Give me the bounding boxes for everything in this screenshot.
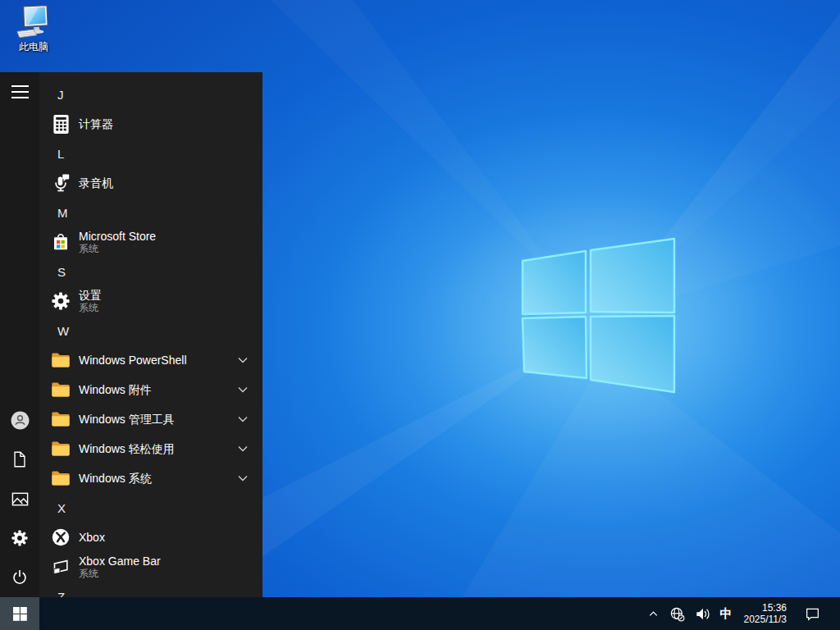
app-sublabel: 系统 — [79, 568, 161, 579]
app-sublabel: 系统 — [79, 243, 156, 254]
taskbar-clock[interactable]: 15:36 2025/11/3 — [737, 597, 794, 630]
app-icon — [51, 173, 71, 193]
app-list-item[interactable]: Windows 附件 — [39, 375, 262, 404]
app-label: Windows 管理工具 — [79, 413, 175, 426]
app-icon — [51, 468, 71, 488]
app-list-section-header[interactable]: W — [39, 316, 262, 345]
app-list-item[interactable]: Windows PowerShell — [39, 345, 262, 375]
app-sublabel: 系统 — [79, 302, 102, 313]
volume-button[interactable] — [690, 597, 715, 630]
action-center-button[interactable] — [800, 597, 825, 630]
system-tray: 中 15:36 2025/11/3 — [642, 597, 840, 630]
app-label: Windows 系统 — [79, 472, 152, 485]
power-icon — [11, 568, 29, 587]
section-letter: W — [57, 324, 69, 338]
app-label: Microsoft Store — [79, 230, 156, 243]
app-list-section-header[interactable]: M — [39, 198, 262, 227]
app-label: 设置 — [79, 289, 102, 302]
user-account-button[interactable] — [0, 400, 39, 440]
app-list-section-header[interactable]: X — [39, 493, 262, 523]
app-label: Xbox Game Bar — [79, 555, 161, 568]
app-list: J 计算器 L 录音机 M — [39, 72, 262, 597]
app-icon — [51, 557, 71, 577]
chevron-up-icon — [647, 608, 660, 620]
app-icon — [51, 439, 71, 459]
app-list-item[interactable]: Windows 管理工具 — [39, 404, 262, 434]
section-letter: L — [57, 147, 64, 161]
section-letter: M — [57, 206, 68, 220]
pictures-icon — [11, 490, 30, 509]
app-icon — [51, 409, 71, 429]
start-button[interactable] — [0, 597, 39, 630]
chevron-down-icon — [238, 386, 248, 393]
gear-icon — [11, 529, 29, 547]
hamburger-icon — [11, 85, 29, 98]
power-button[interactable] — [0, 558, 39, 597]
app-icon — [51, 380, 71, 399]
app-list-item[interactable]: 录音机 — [39, 168, 262, 198]
pictures-button[interactable] — [0, 479, 39, 518]
action-center-icon — [805, 606, 820, 622]
clock-date: 2025/11/3 — [744, 614, 788, 625]
app-label: 计算器 — [79, 117, 113, 130]
app-label: 录音机 — [79, 176, 113, 189]
app-list-item[interactable]: 设置 系统 — [39, 286, 262, 316]
app-list-section-header[interactable]: S — [39, 257, 262, 286]
start-menu: J 计算器 L 录音机 M — [0, 72, 262, 597]
windows-logo-icon — [13, 607, 27, 621]
chevron-down-icon — [238, 445, 248, 452]
desktop-icon-this-pc[interactable]: 此电脑 — [7, 5, 61, 54]
app-label: Windows 附件 — [79, 383, 152, 396]
app-label: Windows 轻松使用 — [79, 442, 175, 455]
show-hidden-icons-button[interactable] — [642, 597, 664, 630]
section-letter: J — [57, 88, 64, 102]
this-pc-icon — [14, 5, 53, 39]
network-globe-offline-icon — [669, 606, 685, 622]
user-avatar-icon — [9, 409, 31, 431]
app-list-item[interactable]: Xbox — [39, 523, 262, 552]
app-icon — [51, 114, 71, 134]
expand-menu-button[interactable] — [0, 72, 39, 112]
section-letter: X — [57, 501, 66, 515]
app-list-item[interactable]: Windows 轻松使用 — [39, 434, 262, 463]
app-list-section-header[interactable]: J — [39, 80, 262, 109]
app-label: Windows PowerShell — [79, 354, 187, 367]
screen: 此电脑 — [0, 0, 840, 630]
app-list-item[interactable]: Xbox Game Bar 系统 — [39, 552, 262, 582]
taskbar: 中 15:36 2025/11/3 — [0, 597, 840, 630]
documents-button[interactable] — [0, 440, 39, 479]
chevron-down-icon — [238, 357, 248, 363]
app-list-section-header[interactable]: Z — [39, 582, 262, 597]
app-list-item[interactable]: Windows 系统 — [39, 463, 262, 493]
network-status-button[interactable] — [664, 597, 690, 630]
document-icon — [11, 450, 29, 468]
ime-indicator[interactable]: 中 — [715, 597, 737, 630]
section-letter: Z — [57, 590, 65, 598]
desktop-icon-label: 此电脑 — [19, 40, 48, 54]
start-menu-rail — [0, 72, 39, 597]
app-list-item[interactable]: 计算器 — [39, 109, 262, 139]
app-icon — [51, 350, 71, 370]
clock-time: 15:36 — [762, 602, 787, 614]
chevron-down-icon — [238, 475, 248, 482]
section-letter: S — [57, 265, 66, 279]
app-icon — [51, 527, 71, 547]
app-icon — [51, 232, 71, 252]
app-label: Xbox — [79, 531, 105, 544]
volume-icon — [695, 606, 710, 622]
app-list-section-header[interactable]: L — [39, 139, 262, 168]
chevron-down-icon — [238, 416, 248, 422]
app-list-item[interactable]: Microsoft Store 系统 — [39, 227, 262, 257]
settings-button[interactable] — [0, 518, 39, 558]
app-icon — [51, 291, 71, 311]
